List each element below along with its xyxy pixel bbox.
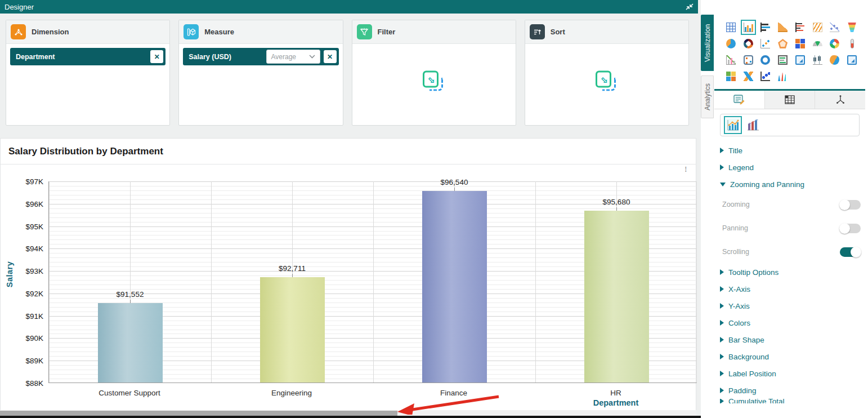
visualization-icon-grid [722,23,861,81]
spectrum-chart-icon[interactable] [778,72,788,81]
card-widget-icon[interactable] [795,55,805,65]
spline-chart-icon[interactable] [830,23,839,32]
section-label: Tooltip Options [728,268,778,277]
horizontal-scrollbar-thumb[interactable] [0,411,397,416]
section-tooltip-options[interactable]: Tooltip Options [720,264,861,281]
section-x-axis[interactable]: X-Axis [720,281,861,297]
semi-gauge-icon[interactable] [813,41,822,46]
step-line-chart-icon[interactable] [813,23,822,32]
properties-edit-tab[interactable] [714,91,765,109]
filter-icon [357,24,372,39]
designer-panel-header: Designer [0,0,698,14]
data-label-tick [454,188,455,191]
kebab-menu-icon[interactable]: ⁞ [684,168,687,171]
caret-right-icon [720,320,724,326]
dimension-well: Dimension Department ✕ [6,20,170,126]
scatter-chart-icon[interactable] [760,39,770,48]
caret-right-icon [720,303,724,309]
data-label: $95,680 [603,198,630,206]
y-tick-label: $94K [25,244,43,253]
grid-chart-icon[interactable] [726,23,736,32]
section-y-axis[interactable]: Y-Axis [720,297,861,314]
section-label-position[interactable]: Label Position [720,365,861,382]
control-row: Zooming [720,193,861,216]
chevron-down-icon [309,55,315,59]
y-tick-label: $95K [25,222,43,230]
section-background[interactable]: Background [720,348,861,365]
ring-chart-icon[interactable] [760,55,770,65]
bar-engineering[interactable] [260,277,325,383]
x-category-label: HR [554,389,678,397]
dimension-well-title: Dimension [32,28,69,36]
stacked-bar-chart-icon[interactable] [795,23,805,32]
section-label: X-Axis [728,285,750,294]
dimension-field-chip[interactable]: Department ✕ [10,48,165,65]
doughnut-chart-icon[interactable] [744,39,753,48]
grid-list-icon[interactable] [778,55,788,65]
column-2d-subtype[interactable] [726,118,740,132]
caret-right-icon [720,164,724,170]
axis-settings-tab[interactable] [815,91,865,109]
measure-field-chip[interactable]: Salary (USD) Average ✕ [183,48,338,65]
tab-visualization[interactable]: Visualization [701,15,714,71]
aggregate-select[interactable]: Average [266,50,320,64]
heatmap-chart-icon[interactable] [726,72,736,81]
form-edit-icon [733,95,745,105]
control-row: Scrolling [720,240,861,264]
toggle-knob [839,199,850,210]
pareto-chart-icon[interactable] [726,55,736,65]
tab-analytics[interactable]: Analytics [701,75,714,118]
chart-plot-area: $91,552$92,711$96,540$95,680 [48,181,697,383]
x-category-label: Finance [392,389,516,397]
funnel-chart-icon[interactable] [847,23,857,32]
sort-drop-zone[interactable]: ⬂ [525,44,688,125]
section-title[interactable]: Title [720,142,861,159]
designer-collapse-icon[interactable] [686,3,693,10]
data-label: $96,540 [441,178,468,186]
section-label: Title [728,146,742,155]
data-grid-tab[interactable] [765,91,816,109]
control-label: Scrolling [722,248,749,256]
bubble-chart-icon[interactable] [760,72,770,81]
caret-right-icon [720,388,724,393]
bar-hr[interactable] [584,211,649,383]
bar-finance[interactable] [422,191,487,383]
pie-chart-icon[interactable] [726,39,736,48]
section-legend[interactable]: Legend [720,159,861,176]
box-whisker-chart-icon[interactable] [813,55,822,65]
y-tick-label: $89K [25,357,43,365]
thermometer-gauge-icon[interactable] [851,39,854,48]
section-padding[interactable]: Padding [720,382,861,399]
filter-drop-zone[interactable]: ⬂ [352,44,516,125]
y-tick-label: $97K [25,177,43,186]
scrolling-toggle[interactable] [840,247,861,257]
map-chart-icon[interactable] [830,55,839,65]
dimension-icon [11,24,26,39]
card-widget2-icon[interactable] [847,55,857,65]
section-zooming-and-panning[interactable]: Zooming and Panning [720,176,861,193]
remove-measure-button[interactable]: ✕ [324,50,337,63]
section-bar-shape[interactable]: Bar Shape [720,331,861,348]
column-3d-subtype[interactable] [746,118,760,132]
panning-toggle[interactable] [840,224,861,233]
area-chart-icon[interactable] [778,23,788,32]
column-chart-icon[interactable] [744,23,753,32]
treemap-chart-icon[interactable] [795,39,805,48]
section-colors[interactable]: Colors [720,314,861,331]
y-tick-label: $90K [25,334,43,343]
data-label-tick [292,274,293,277]
proportion-chart-icon[interactable] [744,55,753,65]
caret-right-icon [720,354,724,359]
remove-dimension-button[interactable]: ✕ [150,50,163,63]
bar-customer-support[interactable] [98,303,163,383]
circular-gauge-icon[interactable] [830,39,839,48]
data-label-tick [616,207,617,211]
properties-panel: Visualization Analytics TitleLegendZoomi… [701,0,868,418]
zooming-toggle[interactable] [840,200,861,210]
measure-well-title: Measure [204,28,234,36]
section-cumulative-total[interactable]: Cumulative Total [720,399,861,403]
polygon-chart-icon[interactable] [778,39,788,48]
sankey-chart-icon[interactable] [744,72,753,81]
axis-settings-icon [835,95,845,105]
bar-chart-icon[interactable] [760,23,770,32]
